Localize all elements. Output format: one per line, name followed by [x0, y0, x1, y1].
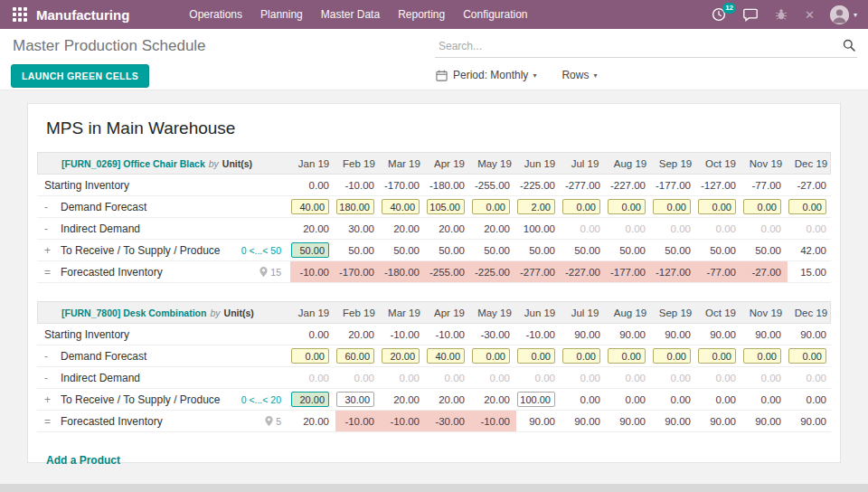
apps-grid-icon[interactable]: [13, 7, 27, 22]
mps-cell: -10.00: [516, 324, 561, 345]
bottom-strip: [0, 484, 868, 492]
mps-cell: 90.00: [697, 324, 742, 345]
mps-cell-input[interactable]: [788, 348, 826, 364]
mps-cell: 50.00: [561, 240, 607, 260]
mps-cell-input[interactable]: [517, 392, 555, 407]
mps-cell: -10.00: [335, 411, 381, 431]
search-input[interactable]: [435, 35, 857, 58]
mps-cell: 90.00: [561, 324, 607, 345]
close-icon[interactable]: ✕: [805, 9, 815, 21]
mps-cell: -177.00: [607, 261, 652, 282]
mps-cell-input[interactable]: [336, 348, 374, 364]
mps-cell-input[interactable]: [517, 348, 555, 364]
month-header: Aug 19: [608, 153, 653, 174]
mps-cell-input[interactable]: [336, 392, 374, 407]
row-label-cell: -Demand Forecast: [37, 196, 290, 217]
mps-cell: [607, 345, 652, 366]
mps-cell: -127.00: [697, 175, 742, 195]
row-operator: +: [44, 393, 61, 406]
mps-cell-input[interactable]: [608, 199, 646, 214]
menu-planning[interactable]: Planning: [260, 8, 303, 21]
menu-configuration[interactable]: Configuration: [463, 8, 527, 21]
mps-cell: 50.00: [652, 240, 697, 260]
mps-cell-input[interactable]: [562, 348, 600, 364]
row-label: Starting Inventory: [44, 179, 129, 192]
row-label: Indirect Demand: [61, 372, 140, 384]
row-operator: -: [44, 372, 61, 384]
mps-cell-input[interactable]: [336, 199, 374, 214]
mps-cell-input[interactable]: [427, 199, 465, 214]
mps-cell: 0.00: [290, 367, 335, 388]
month-header: Feb 19: [336, 153, 382, 174]
rows-dropdown-label: Rows: [561, 69, 589, 81]
menu-operations[interactable]: Operations: [189, 8, 242, 21]
mps-cell-input[interactable]: [653, 348, 691, 364]
mps-cell-input[interactable]: [382, 348, 420, 364]
row-label: To Receive / To Supply / Produce: [61, 393, 221, 406]
bug-icon[interactable]: [775, 8, 788, 21]
launch-green-cells-button[interactable]: LAUNCH GREEN CELLS: [11, 64, 149, 88]
row-label-cell: Starting Inventory: [37, 324, 290, 345]
mps-cell: [742, 196, 788, 217]
row-label: Demand Forecast: [61, 350, 146, 363]
map-pin-icon: [265, 416, 273, 426]
menu-master-data[interactable]: Master Data: [321, 8, 380, 21]
rows-dropdown[interactable]: Rows ▾: [561, 69, 597, 81]
mps-cell: 50.00: [607, 240, 652, 260]
mps-cell-input[interactable]: [427, 348, 465, 364]
row-label: Indirect Demand: [61, 222, 140, 235]
mps-cell-input[interactable]: [291, 392, 329, 407]
mps-cell: 50.00: [335, 240, 381, 260]
mps-cell-input[interactable]: [517, 199, 555, 214]
mps-cell-input[interactable]: [382, 199, 420, 214]
mps-cell: 90.00: [788, 324, 833, 345]
row-label-cell: Starting Inventory: [37, 175, 290, 195]
mps-cell: 0.00: [516, 367, 561, 388]
app-title[interactable]: Manufacturing: [36, 7, 129, 23]
mps-cell-input[interactable]: [653, 199, 691, 214]
add-product-link[interactable]: Add a Product: [46, 454, 120, 467]
view-controls: Period: Monthly ▾ Rows ▾: [436, 69, 622, 81]
product-link[interactable]: [FURN_7800] Desk Combination: [61, 308, 206, 318]
mps-cell: 50.00: [742, 240, 788, 260]
caret-down-icon: ▾: [854, 11, 857, 19]
activities-clock-icon[interactable]: 12: [712, 7, 726, 22]
mps-cell: -227.00: [607, 175, 652, 195]
mps-cell-input[interactable]: [472, 199, 510, 214]
mps-cell: 0.00: [561, 367, 607, 388]
user-menu[interactable]: ▾: [830, 5, 857, 24]
product-link[interactable]: [FURN_0269] Office Chair Black: [61, 158, 205, 169]
mps-cell: 50.00: [426, 240, 471, 260]
mps-cell: -10.00: [426, 324, 471, 345]
messages-icon[interactable]: [743, 8, 758, 22]
mps-cell-input[interactable]: [291, 199, 329, 214]
mps-cell-input[interactable]: [608, 348, 646, 364]
by-label: by: [210, 308, 220, 318]
mps-cell-input[interactable]: [291, 348, 329, 364]
mps-cell: 0.00: [742, 389, 788, 410]
menu-reporting[interactable]: Reporting: [398, 8, 445, 21]
period-dropdown[interactable]: Period: Monthly ▾: [436, 69, 536, 81]
month-header: Oct 19: [698, 153, 743, 174]
row-operator: =: [44, 415, 61, 428]
mps-cell-input[interactable]: [743, 348, 781, 364]
supply-range-hint: 0 <...< 20: [241, 394, 281, 405]
mps-cell: 0.00: [607, 367, 652, 388]
mps-cell: [652, 345, 697, 366]
mps-cell: [561, 345, 607, 366]
mps-cell-input[interactable]: [743, 199, 781, 214]
search-icon[interactable]: [843, 39, 855, 52]
mps-cell-input[interactable]: [291, 242, 329, 258]
avatar: [830, 5, 849, 24]
mps-cell: 50.00: [471, 240, 516, 260]
mps-cell-input[interactable]: [562, 199, 600, 214]
mps-cell: 90.00: [742, 411, 788, 431]
mps-cell-input[interactable]: [698, 348, 736, 364]
mps-cell-input[interactable]: [472, 348, 510, 364]
top-navbar: Manufacturing Operations Planning Master…: [0, 0, 868, 29]
mps-cell-input[interactable]: [788, 199, 826, 214]
mps-cell: -10.00: [290, 261, 335, 282]
row-label-cell: -Indirect Demand: [37, 367, 290, 388]
mps-cell-input[interactable]: [698, 199, 736, 214]
row-to-receive: +To Receive / To Supply / Produce0 <...<…: [37, 389, 831, 411]
